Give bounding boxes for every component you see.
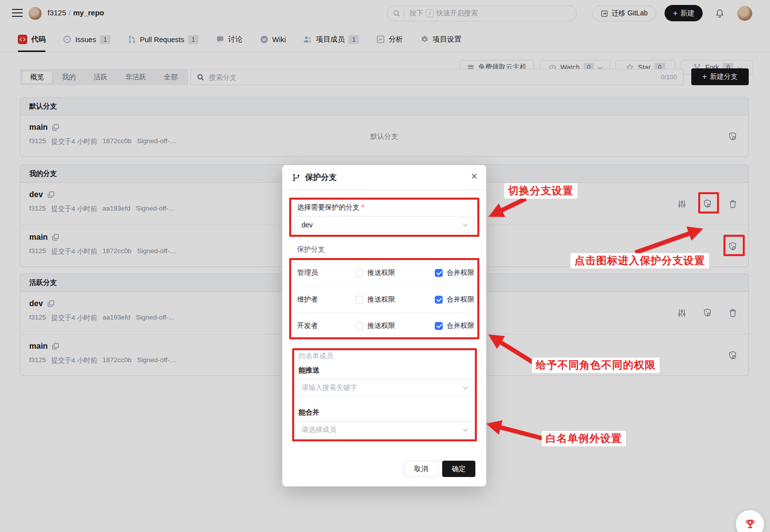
merge-permission-label: 合并权限 [447, 321, 474, 330]
merge-permission-checkbox[interactable] [435, 322, 443, 330]
role-row: 管理员 推送权限 合并权限 [291, 260, 477, 286]
push-permission-checkbox[interactable] [356, 322, 363, 330]
can-merge-label: 能合并 [299, 408, 319, 417]
push-permission-label: 推送权限 [367, 268, 395, 277]
required-mark: * [361, 203, 364, 211]
branch-select-value: dev [302, 221, 313, 229]
annotation-box-shield-dev-row [698, 192, 719, 213]
merge-permission-checkbox[interactable] [435, 269, 443, 277]
push-permission-checkbox[interactable] [356, 296, 363, 304]
annotation-box-shield-main-row [723, 235, 745, 256]
role-row: 开发者 推送权限 合并权限 [291, 313, 477, 339]
can-push-select[interactable]: 请输入搜索关键字 [295, 379, 474, 396]
protect-branch-modal: 保护分支 × 选择需要保护的分支* dev 保护分支 管理员 推送权限 合并权限… [282, 165, 486, 486]
push-permission-checkbox[interactable] [356, 269, 363, 277]
role-name: 维护者 [297, 295, 318, 304]
cancel-button[interactable]: 取消 [404, 461, 439, 477]
chevron-down-icon [463, 221, 468, 226]
branch-select-label: 选择需要保护的分支* [297, 203, 364, 212]
trophy-icon [744, 518, 757, 531]
role-row: 维护者 推送权限 合并权限 [291, 286, 477, 313]
merge-permission-checkbox[interactable] [435, 296, 443, 304]
modal-title: 保护分支 [305, 172, 337, 183]
close-icon[interactable]: × [471, 171, 477, 182]
role-name: 开发者 [297, 321, 318, 330]
can-merge-select[interactable]: 请选择成员 [295, 421, 474, 438]
whitelist-label: 白名单成员 [299, 352, 333, 361]
branch-select[interactable]: dev [295, 216, 474, 233]
can-push-placeholder: 请输入搜索关键字 [302, 383, 357, 392]
chevron-down-icon [463, 426, 468, 431]
push-permission-label: 推送权限 [367, 321, 395, 330]
confirm-button[interactable]: 确定 [442, 461, 475, 477]
protect-section-label: 保护分支 [297, 245, 325, 254]
branches-page: f3125/my_repo 按下 / 快速开启搜索 迁移 GitLab + 新建 [0, 0, 770, 532]
git-branch-icon [292, 173, 301, 182]
merge-permission-label: 合并权限 [447, 268, 474, 277]
role-permission-list: 管理员 推送权限 合并权限 维护者 推送权限 合并权限 开发者 推送权限 合并权… [291, 260, 477, 339]
role-name: 管理员 [297, 268, 318, 277]
can-push-label: 能推送 [299, 366, 319, 375]
push-permission-label: 推送权限 [367, 295, 395, 304]
merge-permission-label: 合并权限 [447, 295, 474, 304]
chevron-down-icon [463, 384, 468, 389]
can-merge-placeholder: 请选择成员 [302, 426, 336, 434]
